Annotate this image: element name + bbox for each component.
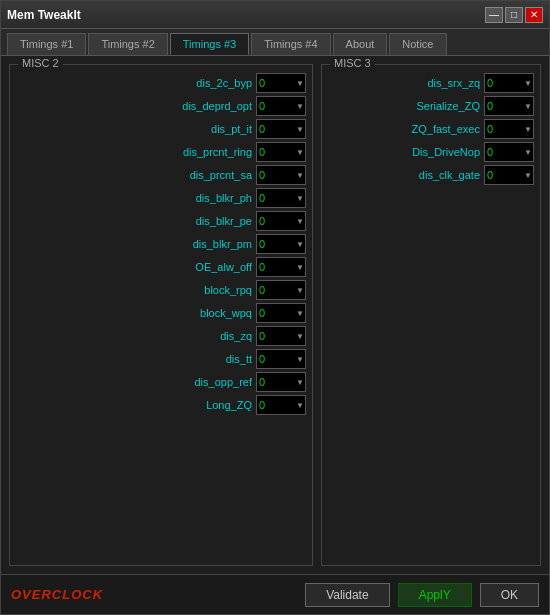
misc3-label-dis_clk_gate: dis_clk_gate xyxy=(400,169,480,181)
misc3-select-serialize_zq[interactable]: 0123456789101112131415 xyxy=(484,96,534,116)
misc3-row-dis_clk_gate: dis_clk_gate0123456789101112131415 xyxy=(328,165,534,185)
misc2-row-block_rpq: block_rpq0123456789101112131415 xyxy=(16,280,306,300)
close-button[interactable]: ✕ xyxy=(525,7,543,23)
misc2-select-block_rpq[interactable]: 0123456789101112131415 xyxy=(256,280,306,300)
minimize-button[interactable]: — xyxy=(485,7,503,23)
misc2-label-dis_zq: dis_zq xyxy=(172,330,252,342)
misc2-label-dis_opp_ref: dis_opp_ref xyxy=(172,376,252,388)
apply-button[interactable]: ApplY xyxy=(398,583,472,607)
misc2-row-oe_alw_off: OE_alw_off0123456789101112131415 xyxy=(16,257,306,277)
misc2-select-oe_alw_off[interactable]: 0123456789101112131415 xyxy=(256,257,306,277)
misc2-select-wrapper: 0123456789101112131415 xyxy=(256,303,306,323)
misc2-select-dis_zq[interactable]: 0123456789101112131415 xyxy=(256,326,306,346)
misc2-select-dis_blkr_pe[interactable]: 0123456789101112131415 xyxy=(256,211,306,231)
main-window: Mem TweakIt — □ ✕ Timings #1 Timings #2 … xyxy=(0,0,550,615)
misc2-row-dis_blkr_pe: dis_blkr_pe0123456789101112131415 xyxy=(16,211,306,231)
misc2-label-dis_blkr_pe: dis_blkr_pe xyxy=(172,215,252,227)
footer: OVERCLOCK Validate ApplY OK xyxy=(1,574,549,614)
misc2-label-block_wpq: block_wpq xyxy=(172,307,252,319)
misc2-select-wrapper: 0123456789101112131415 xyxy=(256,119,306,139)
misc3-select-zq_fast_exec[interactable]: 0123456789101112131415 xyxy=(484,119,534,139)
misc2-row-dis_pt_it: dis_pt_it0123456789101112131415 xyxy=(16,119,306,139)
misc2-label-long_zq: Long_ZQ xyxy=(172,399,252,411)
misc2-label-dis_2c_byp: dis_2c_byp xyxy=(172,77,252,89)
misc2-row-dis_prcnt_ring: dis_prcnt_ring0123456789101112131415 xyxy=(16,142,306,162)
misc2-select-dis_pt_it[interactable]: 0123456789101112131415 xyxy=(256,119,306,139)
misc3-select-wrapper: 0123456789101112131415 xyxy=(484,96,534,116)
misc2-row-dis_opp_ref: dis_opp_ref0123456789101112131415 xyxy=(16,372,306,392)
tab-about[interactable]: About xyxy=(333,33,388,55)
misc2-select-wrapper: 0123456789101112131415 xyxy=(256,211,306,231)
maximize-button[interactable]: □ xyxy=(505,7,523,23)
misc2-row-dis_prcnt_sa: dis_prcnt_sa0123456789101112131415 xyxy=(16,165,306,185)
misc3-label-dis_drivenop: Dis_DriveNop xyxy=(400,146,480,158)
misc2-select-dis_prcnt_ring[interactable]: 0123456789101112131415 xyxy=(256,142,306,162)
misc2-select-wrapper: 0123456789101112131415 xyxy=(256,73,306,93)
misc2-row-dis_blkr_pm: dis_blkr_pm0123456789101112131415 xyxy=(16,234,306,254)
misc2-label-dis_tt: dis_tt xyxy=(172,353,252,365)
misc2-row-dis_2c_byp: dis_2c_byp0123456789101112131415 xyxy=(16,73,306,93)
misc3-title: MISC 3 xyxy=(330,57,375,69)
misc3-label-serialize_zq: Serialize_ZQ xyxy=(400,100,480,112)
ok-button[interactable]: OK xyxy=(480,583,539,607)
tab-timings3[interactable]: Timings #3 xyxy=(170,33,249,55)
misc2-select-long_zq[interactable]: 0123456789101112131415 xyxy=(256,395,306,415)
title-bar-buttons: — □ ✕ xyxy=(485,7,543,23)
title-bar: Mem TweakIt — □ ✕ xyxy=(1,1,549,29)
misc2-select-wrapper: 0123456789101112131415 xyxy=(256,349,306,369)
misc2-select-dis_blkr_pm[interactable]: 0123456789101112131415 xyxy=(256,234,306,254)
misc2-row-dis_blkr_ph: dis_blkr_ph0123456789101112131415 xyxy=(16,188,306,208)
misc2-title: MISC 2 xyxy=(18,57,63,69)
misc3-select-wrapper: 0123456789101112131415 xyxy=(484,142,534,162)
misc2-select-block_wpq[interactable]: 0123456789101112131415 xyxy=(256,303,306,323)
misc2-label-dis_blkr_ph: dis_blkr_ph xyxy=(172,192,252,204)
misc2-select-dis_opp_ref[interactable]: 0123456789101112131415 xyxy=(256,372,306,392)
misc2-select-dis_tt[interactable]: 0123456789101112131415 xyxy=(256,349,306,369)
misc2-row-dis_tt: dis_tt0123456789101112131415 xyxy=(16,349,306,369)
misc3-label-zq_fast_exec: ZQ_fast_exec xyxy=(400,123,480,135)
misc3-row-dis_srx_zq: dis_srx_zq0123456789101112131415 xyxy=(328,73,534,93)
misc2-row-long_zq: Long_ZQ0123456789101112131415 xyxy=(16,395,306,415)
misc2-label-oe_alw_off: OE_alw_off xyxy=(172,261,252,273)
misc2-select-wrapper: 0123456789101112131415 xyxy=(256,188,306,208)
brand-label: OVERCLOCK xyxy=(11,587,103,602)
tab-notice[interactable]: Notice xyxy=(389,33,446,55)
misc2-select-wrapper: 0123456789101112131415 xyxy=(256,165,306,185)
misc2-select-wrapper: 0123456789101112131415 xyxy=(256,280,306,300)
misc2-label-dis_prcnt_ring: dis_prcnt_ring xyxy=(172,146,252,158)
misc2-label-dis_prcnt_sa: dis_prcnt_sa xyxy=(172,169,252,181)
tab-bar: Timings #1 Timings #2 Timings #3 Timings… xyxy=(1,29,549,56)
misc2-select-wrapper: 0123456789101112131415 xyxy=(256,326,306,346)
misc2-label-dis_pt_it: dis_pt_it xyxy=(172,123,252,135)
misc2-select-dis_blkr_ph[interactable]: 0123456789101112131415 xyxy=(256,188,306,208)
validate-button[interactable]: Validate xyxy=(305,583,389,607)
misc2-row-dis_deprd_opt: dis_deprd_opt0123456789101112131415 xyxy=(16,96,306,116)
misc2-label-dis_blkr_pm: dis_blkr_pm xyxy=(172,238,252,250)
misc3-select-wrapper: 0123456789101112131415 xyxy=(484,73,534,93)
misc2-select-dis_2c_byp[interactable]: 0123456789101112131415 xyxy=(256,73,306,93)
misc2-row-block_wpq: block_wpq0123456789101112131415 xyxy=(16,303,306,323)
misc2-select-dis_prcnt_sa[interactable]: 0123456789101112131415 xyxy=(256,165,306,185)
misc3-select-wrapper: 0123456789101112131415 xyxy=(484,165,534,185)
misc3-select-dis_drivenop[interactable]: 0123456789101112131415 xyxy=(484,142,534,162)
misc3-row-dis_drivenop: Dis_DriveNop0123456789101112131415 xyxy=(328,142,534,162)
misc2-select-dis_deprd_opt[interactable]: 0123456789101112131415 xyxy=(256,96,306,116)
tab-timings2[interactable]: Timings #2 xyxy=(88,33,167,55)
misc2-label-dis_deprd_opt: dis_deprd_opt xyxy=(172,100,252,112)
misc2-select-wrapper: 0123456789101112131415 xyxy=(256,372,306,392)
misc3-label-dis_srx_zq: dis_srx_zq xyxy=(400,77,480,89)
main-content: MISC 2 dis_2c_byp0123456789101112131415d… xyxy=(1,56,549,574)
misc2-select-wrapper: 0123456789101112131415 xyxy=(256,395,306,415)
misc2-panel: MISC 2 dis_2c_byp0123456789101112131415d… xyxy=(9,64,313,566)
misc3-panel: MISC 3 dis_srx_zq0123456789101112131415S… xyxy=(321,64,541,566)
tab-timings4[interactable]: Timings #4 xyxy=(251,33,330,55)
misc2-label-block_rpq: block_rpq xyxy=(172,284,252,296)
misc3-row-zq_fast_exec: ZQ_fast_exec0123456789101112131415 xyxy=(328,119,534,139)
tab-timings1[interactable]: Timings #1 xyxy=(7,33,86,55)
misc2-row-dis_zq: dis_zq0123456789101112131415 xyxy=(16,326,306,346)
misc2-select-wrapper: 0123456789101112131415 xyxy=(256,142,306,162)
misc3-row-serialize_zq: Serialize_ZQ0123456789101112131415 xyxy=(328,96,534,116)
misc2-fields: dis_2c_byp0123456789101112131415dis_depr… xyxy=(16,73,306,415)
misc3-select-dis_clk_gate[interactable]: 0123456789101112131415 xyxy=(484,165,534,185)
misc3-select-dis_srx_zq[interactable]: 0123456789101112131415 xyxy=(484,73,534,93)
